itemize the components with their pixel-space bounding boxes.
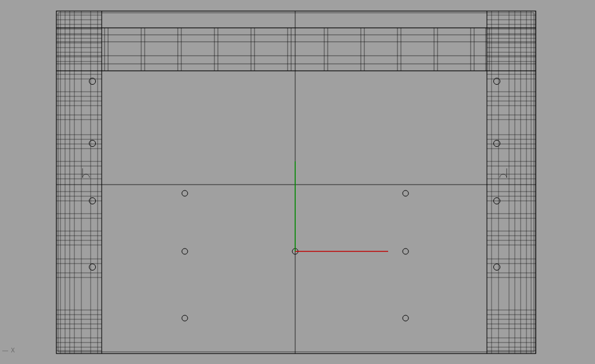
- cad-viewport[interactable]: — X: [0, 0, 595, 364]
- svg-point-167: [403, 248, 408, 254]
- svg-rect-0: [56, 11, 536, 354]
- svg-point-163: [182, 190, 188, 196]
- svg-point-165: [182, 315, 188, 321]
- svg-rect-1: [58, 13, 534, 352]
- svg-point-164: [182, 248, 188, 254]
- wireframe-drawing: [0, 0, 595, 364]
- svg-point-158: [494, 140, 500, 147]
- svg-point-96: [89, 140, 96, 147]
- svg-point-98: [89, 264, 96, 271]
- svg-point-168: [403, 315, 408, 321]
- svg-point-160: [494, 264, 500, 271]
- svg-point-166: [403, 190, 408, 196]
- axis-label-x: — X: [2, 347, 15, 354]
